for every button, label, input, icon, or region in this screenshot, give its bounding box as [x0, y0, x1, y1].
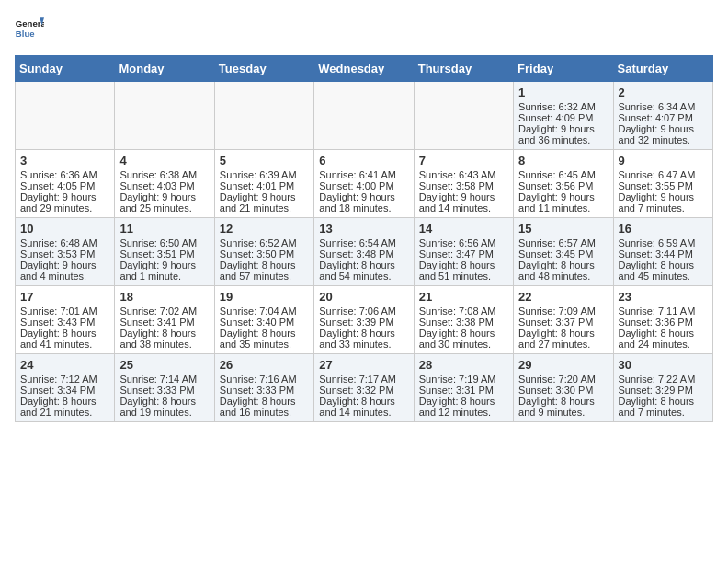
day-info: Sunrise: 7:16 AM — [220, 373, 309, 385]
day-info: Daylight: 8 hours and 57 minutes. — [220, 259, 309, 282]
day-info: Daylight: 9 hours and 25 minutes. — [119, 191, 209, 213]
day-info: Sunrise: 6:38 AM — [119, 169, 209, 180]
calendar-cell — [16, 82, 115, 150]
calendar-cell: 6Sunrise: 6:41 AMSunset: 4:00 PMDaylight… — [314, 150, 414, 218]
svg-text:Blue: Blue — [16, 29, 35, 39]
weekday-header: Sunday — [16, 56, 115, 82]
calendar-cell: 30Sunrise: 7:22 AMSunset: 3:29 PMDayligh… — [613, 354, 712, 422]
weekday-header: Friday — [514, 56, 613, 82]
day-info: Daylight: 8 hours and 33 minutes. — [319, 327, 408, 350]
day-info: Sunrise: 7:04 AM — [220, 305, 309, 316]
day-number: 1 — [518, 86, 608, 99]
day-info: Sunset: 3:33 PM — [220, 385, 309, 396]
day-info: Sunrise: 6:43 AM — [419, 169, 508, 180]
day-info: Sunrise: 6:47 AM — [619, 169, 708, 180]
weekday-header: Thursday — [414, 56, 513, 82]
day-number: 27 — [319, 358, 408, 372]
day-info: Sunrise: 6:36 AM — [20, 169, 109, 180]
day-info: Sunrise: 6:56 AM — [419, 237, 508, 248]
calendar-cell: 13Sunrise: 6:54 AMSunset: 3:48 PMDayligh… — [314, 218, 414, 286]
day-info: Sunrise: 7:11 AM — [619, 305, 708, 316]
day-info: Daylight: 8 hours and 35 minutes. — [220, 327, 309, 350]
day-info: Sunset: 3:44 PM — [619, 248, 708, 259]
calendar-cell: 7Sunrise: 6:43 AMSunset: 3:58 PMDaylight… — [414, 150, 513, 218]
day-info: Sunrise: 7:19 AM — [419, 373, 508, 385]
calendar-table: SundayMondayTuesdayWednesdayThursdayFrid… — [15, 55, 713, 422]
day-number: 15 — [518, 222, 608, 236]
day-info: Daylight: 9 hours and 18 minutes. — [319, 191, 408, 213]
day-number: 13 — [319, 222, 408, 236]
calendar-cell: 3Sunrise: 6:36 AMSunset: 4:05 PMDaylight… — [16, 150, 115, 218]
day-info: Daylight: 8 hours and 38 minutes. — [119, 327, 209, 350]
day-info: Sunset: 3:41 PM — [119, 316, 209, 327]
day-info: Sunset: 4:09 PM — [518, 112, 608, 123]
day-info: Sunrise: 7:14 AM — [119, 373, 209, 385]
day-info: Sunrise: 7:20 AM — [518, 373, 608, 385]
calendar-cell: 29Sunrise: 7:20 AMSunset: 3:30 PMDayligh… — [514, 354, 613, 422]
calendar-cell: 10Sunrise: 6:48 AMSunset: 3:53 PMDayligh… — [16, 218, 115, 286]
logo: General Blue — [15, 15, 44, 44]
day-info: Sunset: 3:31 PM — [419, 385, 508, 396]
day-info: Daylight: 8 hours and 9 minutes. — [518, 396, 608, 418]
day-number: 23 — [619, 290, 708, 304]
day-number: 16 — [619, 222, 708, 236]
day-info: Daylight: 8 hours and 27 minutes. — [518, 327, 608, 350]
day-info: Daylight: 9 hours and 29 minutes. — [20, 191, 109, 213]
calendar-cell: 28Sunrise: 7:19 AMSunset: 3:31 PMDayligh… — [414, 354, 513, 422]
calendar-cell: 20Sunrise: 7:06 AMSunset: 3:39 PMDayligh… — [314, 286, 414, 354]
svg-text:General: General — [16, 18, 44, 29]
calendar-cell: 11Sunrise: 6:50 AMSunset: 3:51 PMDayligh… — [115, 218, 214, 286]
day-info: Sunset: 4:01 PM — [220, 180, 309, 191]
day-number: 30 — [619, 358, 708, 372]
calendar-cell: 12Sunrise: 6:52 AMSunset: 3:50 PMDayligh… — [214, 218, 313, 286]
day-info: Sunrise: 6:52 AM — [220, 237, 309, 248]
day-number: 24 — [20, 358, 109, 372]
day-number: 20 — [319, 290, 408, 304]
logo-icon: General Blue — [15, 15, 44, 44]
day-info: Sunset: 3:37 PM — [518, 316, 608, 327]
day-number: 5 — [220, 154, 309, 167]
day-info: Sunrise: 6:45 AM — [518, 169, 608, 180]
calendar-cell: 22Sunrise: 7:09 AMSunset: 3:37 PMDayligh… — [514, 286, 613, 354]
weekday-header: Monday — [115, 56, 214, 82]
day-info: Daylight: 8 hours and 19 minutes. — [119, 396, 209, 418]
day-info: Sunrise: 6:54 AM — [319, 237, 408, 248]
calendar-cell — [214, 82, 313, 150]
day-info: Sunset: 3:56 PM — [518, 180, 608, 191]
day-info: Sunrise: 6:57 AM — [518, 237, 608, 248]
day-number: 10 — [20, 222, 109, 236]
calendar-cell: 24Sunrise: 7:12 AMSunset: 3:34 PMDayligh… — [16, 354, 115, 422]
day-info: Sunrise: 6:32 AM — [518, 101, 608, 112]
day-info: Sunset: 3:47 PM — [419, 248, 508, 259]
day-info: Sunset: 4:00 PM — [319, 180, 408, 191]
day-info: Daylight: 8 hours and 16 minutes. — [220, 396, 309, 418]
calendar-cell: 18Sunrise: 7:02 AMSunset: 3:41 PMDayligh… — [115, 286, 214, 354]
day-info: Sunset: 3:29 PM — [619, 385, 708, 396]
day-info: Daylight: 8 hours and 24 minutes. — [619, 327, 708, 350]
calendar-cell: 25Sunrise: 7:14 AMSunset: 3:33 PMDayligh… — [115, 354, 214, 422]
day-info: Sunset: 3:36 PM — [619, 316, 708, 327]
calendar-cell — [314, 82, 414, 150]
day-info: Sunset: 3:50 PM — [220, 248, 309, 259]
day-info: Daylight: 9 hours and 4 minutes. — [20, 259, 109, 282]
day-number: 2 — [619, 86, 708, 99]
day-info: Sunrise: 7:01 AM — [20, 305, 109, 316]
day-info: Sunrise: 7:08 AM — [419, 305, 508, 316]
day-info: Sunset: 3:39 PM — [319, 316, 408, 327]
day-number: 6 — [319, 154, 408, 167]
day-number: 12 — [220, 222, 309, 236]
calendar-cell: 14Sunrise: 6:56 AMSunset: 3:47 PMDayligh… — [414, 218, 513, 286]
day-info: Daylight: 9 hours and 14 minutes. — [419, 191, 508, 213]
page-header: General Blue — [15, 15, 713, 44]
day-info: Sunrise: 7:22 AM — [619, 373, 708, 385]
day-info: Daylight: 9 hours and 1 minute. — [119, 259, 209, 282]
day-number: 11 — [119, 222, 209, 236]
day-info: Sunset: 3:40 PM — [220, 316, 309, 327]
day-info: Sunset: 3:53 PM — [20, 248, 109, 259]
day-info: Sunrise: 6:48 AM — [20, 237, 109, 248]
calendar-cell: 5Sunrise: 6:39 AMSunset: 4:01 PMDaylight… — [214, 150, 313, 218]
day-info: Sunrise: 7:12 AM — [20, 373, 109, 385]
day-info: Sunset: 3:51 PM — [119, 248, 209, 259]
day-info: Daylight: 8 hours and 48 minutes. — [518, 259, 608, 282]
day-info: Sunrise: 7:06 AM — [319, 305, 408, 316]
